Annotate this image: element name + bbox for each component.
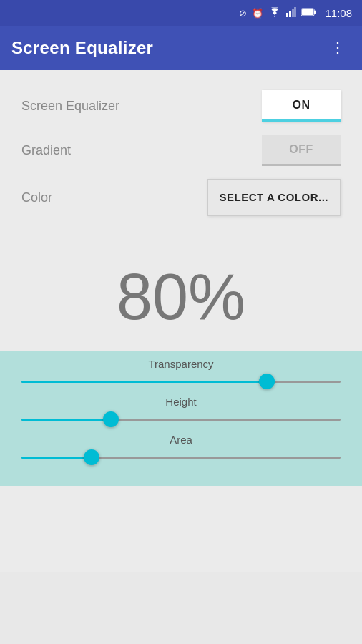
area-label: Area bbox=[21, 434, 341, 446]
sliders-section: Transparency Height Area bbox=[0, 351, 362, 486]
do-not-disturb-icon: ⊘ bbox=[239, 8, 247, 19]
gradient-row: Gradient OFF bbox=[21, 135, 341, 166]
transparency-thumb[interactable] bbox=[259, 374, 275, 389]
screen-equalizer-toggle[interactable]: ON bbox=[262, 90, 341, 122]
svg-rect-1 bbox=[289, 11, 291, 17]
area-thumb[interactable] bbox=[84, 449, 99, 465]
signal-icon bbox=[286, 7, 296, 19]
gradient-toggle[interactable]: OFF bbox=[262, 135, 341, 166]
main-content: Screen Equalizer ON Gradient OFF Color S… bbox=[0, 70, 362, 500]
app-title: Screen Equalizer bbox=[11, 38, 153, 58]
transparency-slider-container bbox=[21, 374, 341, 389]
percentage-container: 80% bbox=[21, 229, 341, 351]
area-track bbox=[21, 457, 341, 459]
percentage-value: 80% bbox=[117, 261, 245, 333]
transparency-fill bbox=[21, 381, 267, 383]
height-thumb[interactable] bbox=[103, 411, 119, 427]
app-bar: Screen Equalizer ⋮ bbox=[0, 26, 362, 70]
bottom-area bbox=[0, 500, 362, 572]
transparency-track bbox=[21, 381, 341, 383]
status-bar: ⊘ ⏰ 11:08 bbox=[0, 0, 362, 26]
area-fill bbox=[21, 457, 92, 459]
transparency-slider-group: Transparency bbox=[21, 358, 341, 389]
svg-rect-2 bbox=[292, 9, 294, 17]
color-row: Color SELECT A COLOR... bbox=[21, 179, 341, 216]
status-icons: ⊘ ⏰ 11:08 bbox=[239, 7, 352, 19]
battery-icon bbox=[301, 8, 317, 19]
wifi-icon bbox=[268, 7, 281, 19]
gradient-label: Gradient bbox=[21, 143, 71, 158]
height-slider-container bbox=[21, 412, 341, 426]
height-slider-group: Height bbox=[21, 396, 341, 426]
overflow-menu-icon[interactable]: ⋮ bbox=[326, 36, 351, 60]
height-fill bbox=[21, 419, 111, 421]
status-time: 11:08 bbox=[325, 7, 352, 19]
area-slider-container bbox=[21, 450, 341, 464]
select-color-button[interactable]: SELECT A COLOR... bbox=[207, 179, 341, 216]
svg-rect-0 bbox=[286, 13, 288, 17]
alarm-icon: ⏰ bbox=[252, 8, 263, 19]
svg-rect-3 bbox=[294, 7, 296, 17]
height-label: Height bbox=[21, 396, 341, 408]
svg-rect-6 bbox=[314, 10, 316, 14]
color-label: Color bbox=[21, 190, 52, 205]
area-slider-group: Area bbox=[21, 434, 341, 464]
screen-equalizer-row: Screen Equalizer ON bbox=[21, 90, 341, 122]
height-track bbox=[21, 419, 341, 421]
screen-equalizer-label: Screen Equalizer bbox=[21, 99, 119, 114]
svg-rect-5 bbox=[302, 9, 313, 15]
transparency-label: Transparency bbox=[21, 358, 341, 370]
